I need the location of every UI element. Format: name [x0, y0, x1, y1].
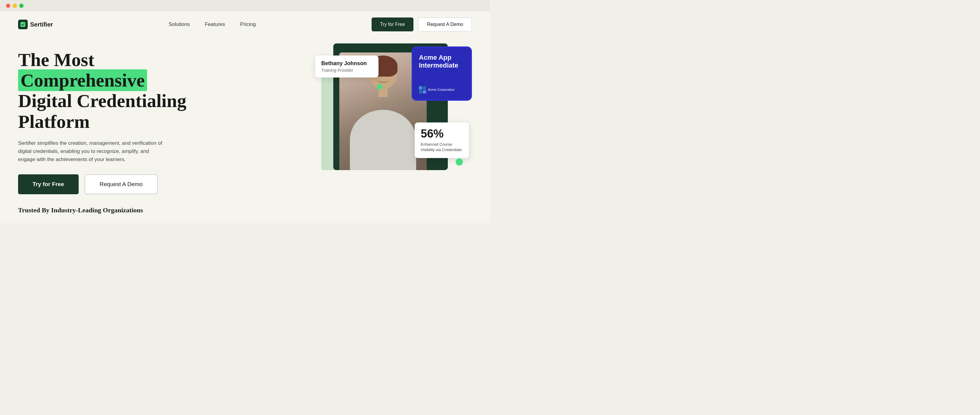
- hero-visual: Bethany Johnson Training Provider Acme A…: [315, 43, 472, 170]
- nav-item-solutions[interactable]: Solutions: [169, 21, 190, 27]
- nav-item-pricing[interactable]: Pricing: [240, 21, 256, 27]
- acme-company-logo: Acme Corporation: [419, 86, 465, 94]
- hero-title: The Most Comprehensive Digital Credentia…: [18, 49, 199, 132]
- acme-card: Acme App Intermediate Acme Corporation: [412, 46, 472, 101]
- bethany-name: Bethany Johnson: [321, 60, 372, 67]
- bethany-card: Bethany Johnson Training Provider: [315, 56, 379, 78]
- stats-card: 56% Enhanced Course Visibility via Crede…: [415, 123, 469, 158]
- nav-links: Solutions Features Pricing: [169, 21, 256, 27]
- close-button[interactable]: [6, 4, 10, 8]
- green-dot-decoration-2: [456, 158, 463, 166]
- try-free-nav-button[interactable]: Try for Free: [372, 18, 414, 31]
- main-page: Sertifier Solutions Features Pricing Try…: [0, 11, 490, 223]
- acme-logo-icon: [419, 86, 426, 94]
- stats-percent: 56%: [421, 128, 463, 139]
- try-free-hero-button[interactable]: Try for Free: [18, 174, 79, 194]
- trusted-section: Trusted By Industry-Leading Organization…: [0, 206, 490, 223]
- bethany-role: Training Provider: [321, 68, 372, 73]
- stats-label: Enhanced Course Visibility via Credentia…: [421, 142, 463, 153]
- traffic-lights: [6, 4, 484, 11]
- hero-description: Sertifier simplifies the creation, manag…: [18, 139, 166, 164]
- request-demo-nav-button[interactable]: Request A Demo: [418, 18, 472, 31]
- navbar: Sertifier Solutions Features Pricing Try…: [0, 11, 490, 37]
- request-demo-hero-button[interactable]: Request A Demo: [85, 174, 158, 194]
- hero-buttons: Try for Free Request A Demo: [18, 174, 199, 194]
- trusted-title: Trusted By Industry-Leading Organization…: [18, 206, 472, 214]
- minimize-button[interactable]: [13, 4, 17, 8]
- logo-area[interactable]: Sertifier: [18, 19, 53, 29]
- hero-title-highlight: Comprehensive: [18, 69, 147, 91]
- hero-title-part1: The Most: [18, 49, 94, 70]
- window-chrome: [0, 0, 490, 11]
- logo-icon: [18, 19, 28, 29]
- hero-title-part2: Digital Credentialing Platform: [18, 91, 186, 131]
- hero-left: The Most Comprehensive Digital Credentia…: [18, 46, 199, 194]
- svg-rect-0: [21, 22, 25, 27]
- hero-section: The Most Comprehensive Digital Credentia…: [0, 37, 490, 206]
- acme-title: Acme App Intermediate: [419, 54, 465, 70]
- green-dot-decoration-1: [377, 84, 382, 89]
- logo-text: Sertifier: [30, 21, 53, 28]
- nav-item-features[interactable]: Features: [205, 21, 225, 27]
- maximize-button[interactable]: [19, 4, 24, 8]
- acme-company-name: Acme Corporation: [428, 88, 455, 92]
- nav-buttons: Try for Free Request A Demo: [372, 18, 472, 31]
